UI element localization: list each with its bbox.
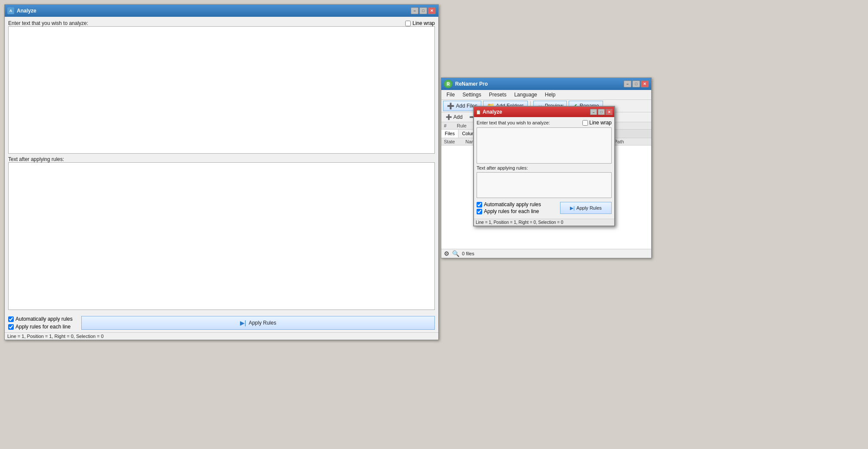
main-window-title: Analyze <box>17 8 36 14</box>
small-minimize-button[interactable]: – <box>590 109 597 115</box>
apply-each-line-checkbox[interactable] <box>8 324 14 330</box>
apply-each-line-label: Apply rules for each line <box>15 324 71 330</box>
input-section: Enter text that you wish to analyze: Lin… <box>8 20 435 154</box>
menu-help[interactable]: Help <box>542 91 559 99</box>
linewrap-checkbox[interactable] <box>405 21 411 26</box>
col-path-header: Path <box>614 139 649 144</box>
renamer-logo: R <box>444 80 452 88</box>
small-maximize-button[interactable]: □ <box>598 109 605 115</box>
renamer-menu-bar: File Settings Presets Language Help <box>441 90 651 100</box>
menu-presets[interactable]: Presets <box>486 91 510 99</box>
minimize-button[interactable]: – <box>411 7 419 14</box>
linewrap-label: Line wrap <box>412 20 435 26</box>
small-apply-icon: ▶| <box>570 205 575 211</box>
main-window-content: Enter text that you wish to analyze: Lin… <box>5 17 438 313</box>
small-analyze-dialog: 📋 Analyze – □ ✕ Enter text that you wish… <box>473 106 615 226</box>
small-linewrap-label: Line wrap <box>589 120 612 126</box>
small-input-textarea[interactable] <box>477 127 612 164</box>
renamer-minimize-button[interactable]: – <box>624 81 631 87</box>
small-linewrap-checkbox[interactable] <box>582 120 588 126</box>
input-textarea-container <box>8 26 435 154</box>
output-textarea-container <box>8 162 435 310</box>
col-state-header: State <box>444 139 465 144</box>
main-status-text: Line = 1, Position = 1, Right = 0, Selec… <box>7 334 104 339</box>
small-status-bar: Line = 1, Position = 1, Right = 0, Selec… <box>474 219 614 226</box>
small-title-bar: 📋 Analyze – □ ✕ <box>474 107 614 117</box>
small-apply-each-line-checkbox[interactable] <box>477 209 482 214</box>
small-window-icon: 📋 <box>476 110 481 115</box>
renamer-status-bar: ⚙ 🔍 0 files <box>441 249 651 258</box>
input-textarea[interactable] <box>8 26 435 154</box>
maximize-button[interactable]: □ <box>419 7 427 14</box>
main-window-icon: A <box>7 7 14 14</box>
renamer-title: ReNamer Pro <box>455 81 488 87</box>
close-button[interactable]: ✕ <box>428 7 436 14</box>
small-status-text: Line = 1, Position = 1, Right = 0, Selec… <box>476 220 563 225</box>
renamer-title-bar: R ReNamer Pro – □ ✕ <box>441 78 651 90</box>
small-output-area <box>477 172 612 198</box>
apply-rules-label: Apply Rules <box>249 320 276 326</box>
small-auto-apply-checkbox[interactable] <box>477 202 482 207</box>
output-textarea[interactable] <box>8 162 435 310</box>
small-input-label: Enter text that you wish to analyze: <box>477 120 550 125</box>
apply-each-line-row: Apply rules for each line <box>8 324 73 330</box>
apply-rules-icon: ▶| <box>240 319 246 326</box>
output-label: Text after applying rules: <box>8 156 435 162</box>
main-analyze-window: A Analyze – □ ✕ Enter text that you wish… <box>4 4 439 340</box>
add-rule-icon: ➕ <box>446 114 452 120</box>
small-output-label: Text after applying rules: <box>477 165 612 170</box>
auto-apply-checkbox[interactable] <box>8 316 14 322</box>
menu-file[interactable]: File <box>443 91 458 99</box>
main-status-bar: Line = 1, Position = 1, Right = 0, Selec… <box>5 332 438 340</box>
auto-apply-row: Automatically apply rules <box>8 316 73 322</box>
input-label: Enter text that you wish to analyze: <box>8 20 88 26</box>
auto-apply-label: Automatically apply rules <box>15 316 73 322</box>
main-title-bar: A Analyze – □ ✕ <box>5 5 438 17</box>
bottom-controls: Automatically apply rules Apply rules fo… <box>5 313 438 332</box>
status-icon-search: 🔍 <box>452 250 459 257</box>
small-dialog-content: Enter text that you wish to analyze: Lin… <box>474 117 614 219</box>
apply-rules-button[interactable]: ▶| Apply Rules <box>81 316 435 330</box>
renamer-close-button[interactable]: ✕ <box>641 81 649 87</box>
small-apply-label: Apply Rules <box>576 205 602 211</box>
small-apply-rules-button[interactable]: ▶| Apply Rules <box>560 202 612 214</box>
output-section: Text after applying rules: <box>8 156 435 310</box>
small-auto-apply-label: Automatically apply rules <box>484 201 541 207</box>
add-rule-label: Add <box>453 114 462 120</box>
small-close-button[interactable]: ✕ <box>606 109 613 115</box>
menu-language[interactable]: Language <box>511 91 540 99</box>
small-apply-each-line-label: Apply rules for each line <box>484 208 539 214</box>
add-rule-button[interactable]: ➕ Add <box>443 113 465 121</box>
renamer-maximize-button[interactable]: □ <box>632 81 640 87</box>
col-hash-header: # <box>444 123 457 128</box>
status-icon-left: ⚙ <box>444 250 449 257</box>
add-files-icon: ➕ <box>447 102 454 109</box>
menu-settings[interactable]: Settings <box>459 91 484 99</box>
tab-files[interactable]: Files <box>441 130 459 138</box>
small-window-title: Analyze <box>483 109 502 115</box>
renamer-files-count: 0 files <box>462 251 474 256</box>
